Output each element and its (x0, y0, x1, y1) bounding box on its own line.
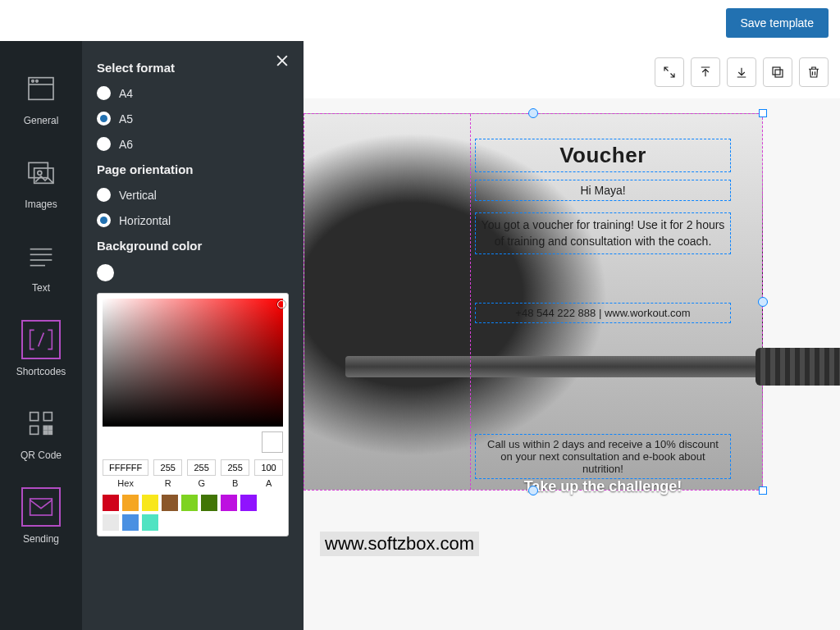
format-a4[interactable]: A4 (97, 86, 290, 100)
window-icon (25, 72, 57, 105)
voucher-body[interactable]: You got a voucher for training! Use it f… (475, 212, 731, 254)
selection-handle-bottom[interactable] (528, 486, 538, 495)
guide-vertical (470, 114, 471, 490)
format-a6[interactable]: A6 (97, 137, 290, 151)
format-label: A5 (119, 112, 133, 126)
a-input[interactable] (254, 459, 283, 476)
rail-label: Text (32, 282, 50, 294)
trash-icon (806, 65, 821, 80)
svg-rect-18 (43, 431, 47, 434)
svg-rect-1 (773, 67, 780, 75)
swatch[interactable] (103, 514, 119, 531)
selection-handle-right[interactable] (758, 297, 768, 307)
editor-canvas[interactable]: Voucher Hi Maya! You got a voucher for t… (304, 98, 840, 630)
rail-item-images[interactable]: Images (0, 141, 82, 225)
r-label: R (165, 478, 171, 488)
preset-swatches (103, 495, 283, 531)
b-input[interactable] (221, 459, 249, 476)
svg-point-5 (36, 80, 39, 83)
swatch[interactable] (142, 495, 158, 511)
arrow-down-stack-icon (734, 65, 749, 80)
close-panel-button[interactable] (274, 52, 290, 72)
text-lines-icon (25, 240, 57, 272)
rail-label: Shortcodes (16, 366, 66, 377)
selection-handle-top-right[interactable] (759, 109, 767, 117)
orientation-label: Vertical (119, 189, 157, 202)
svg-rect-19 (48, 431, 52, 434)
swatch[interactable] (260, 495, 276, 511)
svg-rect-14 (43, 413, 52, 421)
svg-rect-13 (30, 413, 39, 421)
orientation-vertical[interactable]: Vertical (97, 188, 290, 202)
r-input[interactable] (153, 459, 182, 476)
rail-item-sending[interactable]: Sending (0, 476, 82, 559)
shortcode-icon (25, 323, 57, 356)
save-template-button[interactable]: Save template (726, 8, 829, 38)
swatch[interactable] (142, 514, 158, 531)
envelope-icon (25, 491, 57, 523)
voucher-offer[interactable]: Call us within 2 days and receive a 10% … (475, 434, 731, 479)
close-icon (274, 52, 290, 69)
format-label: A6 (119, 138, 133, 151)
duplicate-button[interactable] (763, 57, 792, 87)
voucher-greeting[interactable]: Hi Maya! (475, 180, 731, 201)
send-backward-button[interactable] (727, 57, 756, 87)
svg-rect-0 (775, 70, 783, 77)
swatch[interactable] (181, 495, 198, 511)
rail-label: Images (25, 199, 57, 210)
voucher-page[interactable]: Voucher Hi Maya! You got a voucher for t… (304, 113, 763, 491)
color-preview (262, 431, 283, 453)
hex-label: Hex (117, 478, 134, 488)
hex-input[interactable] (103, 459, 148, 476)
voucher-contact[interactable]: +48 544 222 888 | www.workout.com (475, 303, 731, 323)
svg-rect-15 (30, 426, 39, 434)
voucher-title[interactable]: Voucher (475, 139, 731, 172)
format-label: A4 (119, 87, 133, 100)
expand-button[interactable] (655, 57, 684, 87)
orientation-heading: Page orientation (97, 162, 290, 176)
g-label: G (198, 478, 205, 488)
copy-icon (770, 65, 785, 80)
g-input[interactable] (187, 459, 216, 476)
rail-item-text[interactable]: Text (0, 225, 82, 308)
svg-rect-17 (48, 426, 52, 429)
bring-forward-button[interactable] (691, 57, 720, 87)
rail-label: QR Code (21, 450, 62, 461)
svg-point-4 (32, 80, 34, 83)
swatch[interactable] (122, 495, 139, 511)
images-icon (25, 156, 57, 189)
svg-point-8 (38, 171, 42, 175)
color-picker: Hex R G B A (97, 293, 289, 536)
settings-panel: Select format A4 A5 A6 Page orientation … (82, 41, 304, 630)
rail-item-general[interactable]: General (0, 57, 82, 141)
swatch[interactable] (221, 495, 237, 511)
expand-icon (662, 65, 677, 80)
rail-item-shortcodes[interactable]: Shortcodes (0, 308, 82, 392)
swatch[interactable] (103, 495, 119, 511)
swatch[interactable] (240, 495, 257, 511)
bgcolor-heading: Background color (97, 239, 290, 253)
b-label: B (232, 478, 238, 488)
swatch[interactable] (122, 514, 139, 531)
rail-item-qrcode[interactable]: QR Code (0, 392, 82, 476)
voucher-cta[interactable]: Take up the challenge! (475, 475, 731, 499)
svg-rect-16 (43, 426, 47, 429)
barbell-graphic (345, 356, 805, 377)
saturation-area[interactable] (103, 299, 283, 427)
format-a5[interactable]: A5 (97, 112, 290, 126)
rail-label: Sending (23, 533, 59, 545)
delete-button[interactable] (799, 57, 829, 87)
bgcolor-swatch[interactable] (97, 264, 114, 281)
swatch[interactable] (162, 495, 178, 511)
saturation-cursor[interactable] (277, 300, 285, 308)
orientation-label: Horizontal (119, 214, 171, 227)
a-label: A (266, 478, 272, 488)
selection-handle-bottom-right[interactable] (759, 486, 767, 495)
canvas-toolbar (655, 57, 829, 87)
rail-label: General (24, 115, 59, 126)
top-bar: Save template (726, 8, 829, 38)
orientation-horizontal[interactable]: Horizontal (97, 213, 290, 227)
format-heading: Select format (97, 61, 290, 75)
selection-handle-top[interactable] (528, 108, 538, 118)
swatch[interactable] (201, 495, 217, 511)
